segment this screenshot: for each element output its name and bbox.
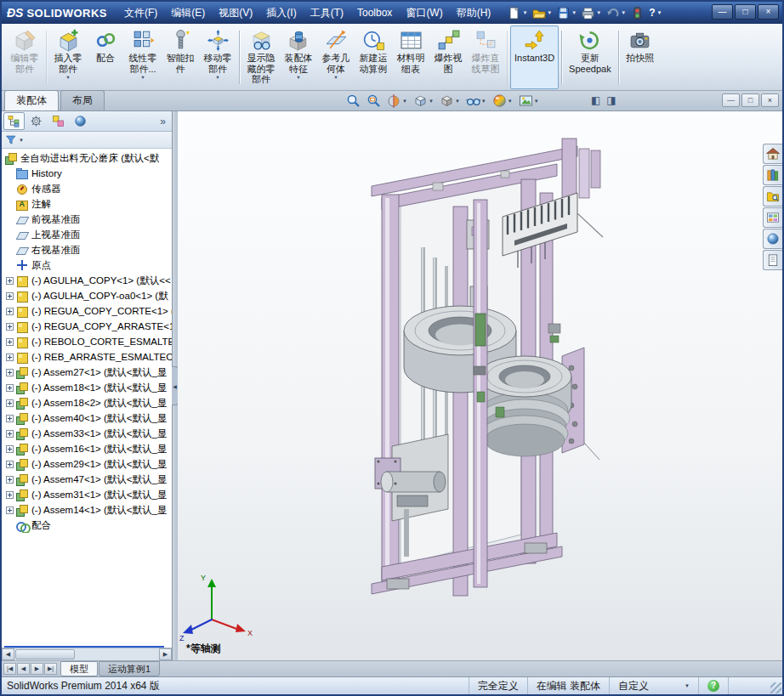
menu-item[interactable]: Toolbox xyxy=(350,2,399,24)
doc-restore-button[interactable]: □ xyxy=(741,93,759,107)
expand-icon[interactable] xyxy=(6,384,14,392)
tree-item[interactable]: (-) Assem18<2> (默认<默认_显 xyxy=(4,395,172,410)
study-tab[interactable]: 运动算例1 xyxy=(99,661,160,676)
tree-item[interactable]: 上视基准面 xyxy=(4,227,172,242)
home-button[interactable] xyxy=(763,144,782,164)
tree-item[interactable]: (-) Assem29<1> (默认<默认_显 xyxy=(4,456,172,472)
pane-toggle-right[interactable]: ◨ xyxy=(606,94,616,106)
expand-icon[interactable] xyxy=(6,292,14,300)
exploded-view-button[interactable]: 爆炸视 图 xyxy=(429,25,467,89)
rebuild-button[interactable] xyxy=(629,5,645,21)
pane-toggle-left[interactable]: ◧ xyxy=(591,94,600,106)
menu-item[interactable]: 帮助(H) xyxy=(450,2,498,24)
expand-icon[interactable] xyxy=(6,308,14,315)
tree-item[interactable]: History xyxy=(4,166,172,181)
bom-button[interactable]: 材料明 细表 xyxy=(392,25,429,89)
tree-item[interactable]: 注解 xyxy=(4,196,172,212)
graphics-viewport[interactable]: Y X Z *等轴测 xyxy=(178,111,782,660)
tree-item[interactable]: (-) AGULHA_COPY-oa0<1> (默 xyxy=(4,288,172,303)
expand-icon[interactable] xyxy=(6,491,14,499)
tree-item[interactable]: (-) REBOLO_CORTE_ESMALTEC xyxy=(4,334,172,349)
tree-item[interactable]: 前视基准面 xyxy=(4,212,172,227)
tree-item[interactable]: (-) Assem27<1> (默认<默认_显 xyxy=(4,365,172,380)
expand-icon[interactable] xyxy=(6,506,14,514)
open-button[interactable] xyxy=(531,5,553,21)
quick-tips-help-button[interactable]: ? xyxy=(698,677,728,694)
view-palette-button[interactable] xyxy=(763,207,782,228)
status-custom-dropdown[interactable]: 自定义 xyxy=(609,677,698,694)
section-view-button[interactable] xyxy=(387,93,407,108)
undo-button[interactable] xyxy=(605,5,627,21)
maximize-button[interactable]: □ xyxy=(735,4,756,20)
menu-item[interactable]: 窗口(W) xyxy=(399,2,449,24)
overflow-chevron-icon[interactable]: » xyxy=(156,116,170,127)
sheet-nav-button[interactable]: ▶| xyxy=(44,663,57,675)
tree-item[interactable]: (-) Assem47<1> (默认<默认_显 xyxy=(4,472,172,487)
assembly-features-button[interactable]: 装配体 特征 xyxy=(280,25,317,89)
tree-item[interactable]: (-) Assem31<1> (默认<默认_显 xyxy=(4,487,172,502)
print-button[interactable] xyxy=(580,5,602,21)
scrollbar-thumb[interactable] xyxy=(15,649,75,659)
expand-icon[interactable] xyxy=(6,338,14,346)
minimize-button[interactable]: — xyxy=(712,4,733,20)
expand-icon[interactable] xyxy=(6,415,14,422)
expand-icon[interactable] xyxy=(6,461,14,468)
tree-item[interactable]: (-) Assem14<1> (默认<默认_显 xyxy=(4,502,172,518)
expand-icon[interactable] xyxy=(6,277,14,285)
speedpak-button[interactable]: 更新 Speedpak xyxy=(565,25,616,89)
tree-item[interactable]: (-) REGUA_COPY_CORTE<1> (默 xyxy=(4,303,172,319)
sheet-nav-button[interactable]: |◀ xyxy=(3,663,16,675)
tree-item[interactable]: (-) REGUA_COPY_ARRASTE<1 xyxy=(4,319,172,334)
sheet-nav-button[interactable]: ◀ xyxy=(17,663,30,675)
tree-item[interactable]: (-) Assem16<1> (默认<默认_显 xyxy=(4,441,172,456)
appearances-button[interactable] xyxy=(763,229,782,249)
smart-fasteners-button[interactable]: 智能扣 件 xyxy=(162,25,199,89)
expand-icon[interactable] xyxy=(6,445,14,453)
show-hidden-button[interactable]: 显示隐 藏的零 部件 xyxy=(242,25,280,89)
expand-icon[interactable] xyxy=(6,399,14,407)
expand-icon[interactable] xyxy=(6,323,14,331)
tree-item[interactable]: 全自动进出料无心磨床 (默认<默 xyxy=(4,150,172,166)
move-component-button[interactable]: 移动零 部件 xyxy=(199,25,236,89)
explode-sketch-button[interactable]: 爆炸直 线草图 xyxy=(467,25,504,89)
hide-show-button[interactable] xyxy=(466,93,486,108)
tree-item[interactable]: 原点 xyxy=(4,257,172,273)
edit-component-button[interactable]: 编辑零 部件 xyxy=(6,25,43,89)
tree-item[interactable]: (-) Assem33<1> (默认<默认_显 xyxy=(4,426,172,441)
insert-component-button[interactable]: 插入零 部件 xyxy=(49,25,87,89)
configuration-manager-button[interactable] xyxy=(48,112,69,130)
cad-model[interactable]: Y X Z xyxy=(178,111,782,660)
display-manager-button[interactable] xyxy=(70,112,91,130)
file-explorer-button[interactable] xyxy=(763,186,782,207)
reference-geometry-button[interactable]: 参考几 何体 xyxy=(317,25,355,89)
new-document-button[interactable] xyxy=(506,5,528,21)
help-menu-button[interactable]: ? xyxy=(645,7,665,19)
tree-item[interactable]: (-) REB_ARRASTE_ESMALTEC< xyxy=(4,349,172,365)
sheet-nav-button[interactable]: ▶ xyxy=(31,663,43,675)
tree-item[interactable]: (-) AGULHA_COPY<1> (默认<< xyxy=(4,273,172,288)
motion-study-button[interactable]: 新建运 动算例 xyxy=(355,25,392,89)
resize-grip[interactable] xyxy=(770,682,781,693)
design-library-button[interactable] xyxy=(763,165,782,185)
scroll-right-icon[interactable]: ▶ xyxy=(159,648,172,660)
edit-appearance-button[interactable] xyxy=(492,93,513,108)
expand-icon[interactable] xyxy=(6,476,14,484)
mate-button[interactable]: 配合 xyxy=(87,25,124,89)
doc-minimize-button[interactable]: — xyxy=(722,93,740,107)
display-style-button[interactable] xyxy=(440,93,460,108)
custom-properties-button[interactable] xyxy=(763,250,782,270)
save-button[interactable] xyxy=(555,5,577,21)
command-tab[interactable]: 布局 xyxy=(60,90,105,110)
doc-close-button[interactable]: × xyxy=(761,93,779,107)
linear-pattern-button[interactable]: 线性零 部件... xyxy=(124,25,162,89)
command-tab[interactable]: 装配体 xyxy=(4,90,59,110)
close-button[interactable]: × xyxy=(758,4,779,20)
tree-item[interactable]: 右视基准面 xyxy=(4,242,172,257)
scroll-left-icon[interactable]: ◀ xyxy=(2,648,14,660)
instant3d-button[interactable]: Instant3D xyxy=(510,25,559,89)
tree-item[interactable]: (-) Assem18<1> (默认<默认_显 xyxy=(4,380,172,395)
expand-icon[interactable] xyxy=(6,369,14,376)
menu-item[interactable]: 插入(I) xyxy=(259,2,303,24)
apply-scene-button[interactable] xyxy=(519,93,539,108)
expand-icon[interactable] xyxy=(6,354,14,361)
